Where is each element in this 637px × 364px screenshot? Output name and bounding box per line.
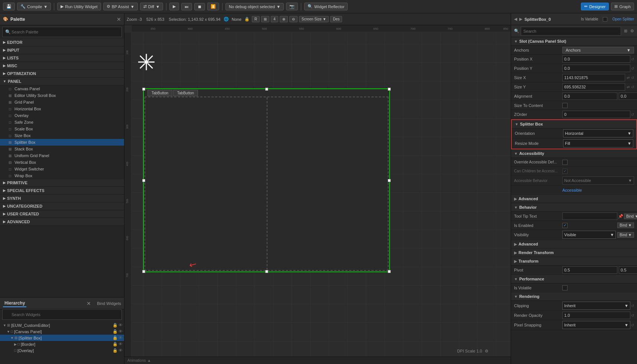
tree-item-canvas[interactable]: ▼ □ [Canvas Panel] 🔒 👁 <box>0 328 124 335</box>
render-opacity-reset[interactable]: ↺ <box>631 313 634 318</box>
handle-bottom-left[interactable] <box>142 270 145 273</box>
dpi-settings-icon[interactable]: ⚙ <box>485 349 488 353</box>
size-x-reset-b[interactable]: ↺ <box>631 76 634 80</box>
hierarchy-tab[interactable]: Hierarchy <box>3 300 26 307</box>
palette-section-misc[interactable]: ▶ MISC <box>0 62 124 70</box>
diff-button[interactable]: ⇄ Diff ▼ <box>140 3 163 10</box>
palette-section-advanced[interactable]: ▶ ADVANCED <box>0 218 124 226</box>
stop-button[interactable]: ⏹ <box>194 3 205 10</box>
palette-section-special-effects[interactable]: ▶ SPECIAL EFFECTS <box>0 187 124 195</box>
grid-btn[interactable]: ⊞ <box>261 16 269 22</box>
is-enabled-bind-button[interactable]: Bind ▼ <box>617 222 634 228</box>
palette-section-uncategorized[interactable]: ▶ UNCATEGORIZED <box>0 202 124 210</box>
palette-item-canvas-panel[interactable]: □ Canvas Panel <box>0 85 124 92</box>
bp-assist-button[interactable]: ⚙ BP Assist ▼ <box>103 3 138 10</box>
debug-selector[interactable]: No debug object selected ▼ <box>225 3 284 10</box>
handle-top-right[interactable] <box>388 88 391 91</box>
size-y-reset-a[interactable]: ⇄ <box>627 85 630 89</box>
size-y-reset-b[interactable]: ↺ <box>631 85 634 89</box>
tree-item-euw[interactable]: ▼ ⊞ [EUW_CustomEditor] 🔒 👁 <box>0 322 124 328</box>
palette-item-vertical-box[interactable]: ⊟ Vertical Box <box>0 159 124 166</box>
accessible-behavior-dropdown[interactable]: Not Accessible ▼ <box>562 176 634 185</box>
grid-number-btn[interactable]: 4 <box>271 16 278 22</box>
graph-button[interactable]: ⊞ Graph <box>611 3 634 10</box>
step-button[interactable]: ⏭ <box>181 3 192 10</box>
palette-section-editor[interactable]: ▶ EDITOR <box>0 39 124 46</box>
widget-frame[interactable]: TabButton TabButton <box>143 88 390 272</box>
tooltip-bind-button[interactable]: Bind ▼ <box>624 214 637 219</box>
zoom-out-btn[interactable]: ⊖ <box>289 16 298 22</box>
handle-bottom-right[interactable] <box>388 270 391 273</box>
screen-size-btn[interactable]: Screen Size ▼ <box>299 16 329 22</box>
tree-eye-euw[interactable]: 👁 <box>118 323 123 328</box>
section-advanced-2[interactable]: ▶ Advanced <box>511 240 637 248</box>
section-performance[interactable]: ▼ Performance <box>511 275 637 283</box>
palette-item-grid-panel[interactable]: ⊞ Grid Panel <box>0 99 124 105</box>
visibility-dropdown[interactable]: Visible ▼ <box>562 231 616 239</box>
hierarchy-close-button[interactable]: ✕ <box>87 300 91 306</box>
palette-item-size-box[interactable]: □ Size Box <box>0 132 124 139</box>
handle-bottom-mid[interactable] <box>265 270 268 273</box>
palette-section-lists[interactable]: ▶ LISTS <box>0 54 124 62</box>
tooltip-input[interactable] <box>562 212 617 220</box>
palette-item-widget-switcher[interactable]: □ Widget Switcher <box>0 166 124 172</box>
position-y-reset[interactable]: ↺ <box>631 66 634 71</box>
tree-lock-euw[interactable]: 🔒 <box>113 323 118 328</box>
palette-search-input[interactable] <box>2 27 122 37</box>
anchors-dropdown[interactable]: Anchors ▼ <box>562 47 634 53</box>
palette-item-wrap-box[interactable]: □ Wrap Box <box>0 172 124 179</box>
position-y-input[interactable] <box>562 65 630 72</box>
position-x-input[interactable] <box>562 55 630 63</box>
palette-section-primitive[interactable]: ▶ PRIMITIVE <box>0 179 124 187</box>
tab-button-2[interactable]: TabButton <box>173 90 198 96</box>
palette-item-splitter-box[interactable]: ⊞ Splitter Box <box>0 139 124 146</box>
align-btn[interactable]: R <box>252 16 260 22</box>
is-enabled-checkbox[interactable] <box>562 223 568 228</box>
open-splitter-label[interactable]: Open Splitter <box>612 17 634 21</box>
section-advanced-1[interactable]: ▶ Advanced <box>511 195 637 203</box>
is-variable-checkbox[interactable] <box>603 17 607 22</box>
skip-button[interactable]: ⏫ <box>207 3 219 10</box>
size-y-input[interactable] <box>562 83 625 91</box>
tree-item-overlay[interactable]: □ [Overlay] 🔒 👁 <box>0 347 124 354</box>
palette-section-synth[interactable]: ▶ SYNTH <box>0 195 124 202</box>
zorder-reset[interactable]: ↺ <box>631 113 634 117</box>
palette-item-editor-scroll[interactable]: ⊞ Editor Utility Scroll Box <box>0 92 124 99</box>
compile-button[interactable]: 🔧 Compile ▼ <box>17 3 51 10</box>
camera-button[interactable]: 📷 <box>286 3 298 10</box>
hierarchy-search-input[interactable] <box>2 309 122 320</box>
orientation-dropdown[interactable]: Horizontal ▼ <box>563 129 633 137</box>
tree-lock-splitter[interactable]: 🔒 <box>113 335 118 340</box>
section-behavior[interactable]: ▼ Behavior <box>511 203 637 212</box>
alignment-x-input[interactable] <box>562 92 617 100</box>
play-button[interactable]: ▶ <box>169 3 179 10</box>
pivot-y-input[interactable] <box>619 266 637 274</box>
tree-lock-canvas[interactable]: 🔒 <box>113 329 118 334</box>
right-settings-icon[interactable]: ⚙ <box>630 29 634 33</box>
section-splitter-box[interactable]: ▼ Splitter Box <box>512 120 636 129</box>
tree-eye-border[interactable]: 👁 <box>118 342 123 347</box>
palette-item-horizontal-box[interactable]: □ Horizontal Box <box>0 105 124 112</box>
resize-mode-dropdown[interactable]: Fill ▼ <box>563 139 633 147</box>
zoom-in-btn[interactable]: ⊕ <box>280 16 288 22</box>
palette-item-uniform-grid[interactable]: ⊞ Uniform Grid Panel <box>0 152 124 159</box>
designer-button[interactable]: ✏ Designer <box>581 3 609 10</box>
tree-item-splitter[interactable]: ▼ ⊞ [Splitter Box] 🔒 👁 <box>0 335 124 341</box>
handle-mid-left[interactable] <box>142 179 145 182</box>
bind-widgets-button[interactable]: Bind Widgets <box>97 301 121 306</box>
palette-item-safe-zone[interactable]: □ Safe Zone <box>0 119 124 126</box>
nav-arrow-icon[interactable]: ◀ <box>514 17 517 22</box>
des-btn[interactable]: Des <box>330 16 342 22</box>
render-opacity-input[interactable] <box>562 312 630 319</box>
pivot-x-input[interactable] <box>562 266 617 274</box>
position-x-reset[interactable]: ↺ <box>631 57 634 61</box>
section-slot[interactable]: ▼ Slot (Canvas Panel Slot) <box>511 37 637 46</box>
right-table-icon[interactable]: ⊞ <box>624 29 627 33</box>
run-widget-button[interactable]: ▶ Run Utility Widget <box>57 3 101 10</box>
tree-eye-canvas[interactable]: 👁 <box>118 329 123 334</box>
palette-section-user-created[interactable]: ▶ USER CREATED <box>0 210 124 218</box>
alignment-y-input[interactable] <box>619 92 637 100</box>
size-x-input[interactable] <box>562 74 625 81</box>
can-children-checkbox[interactable] <box>562 169 568 174</box>
handle-top-left[interactable] <box>142 88 145 91</box>
